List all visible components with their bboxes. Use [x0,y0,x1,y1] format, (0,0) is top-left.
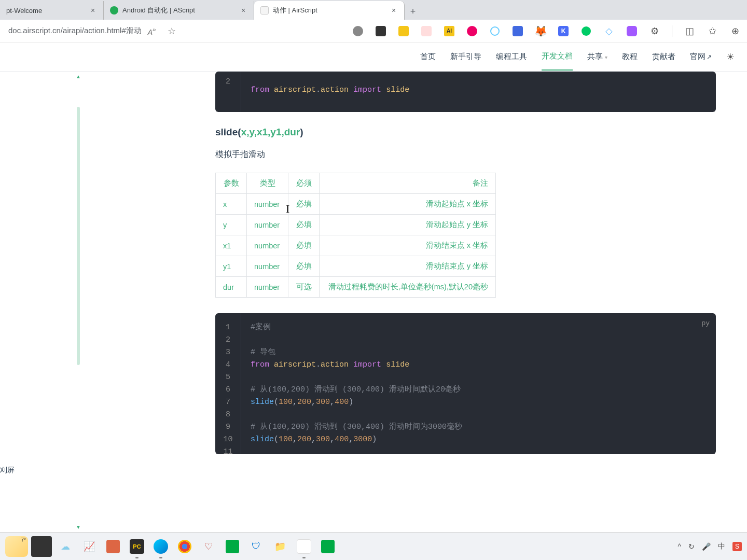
code-language-badge: py [701,318,710,329]
th-type: 类型 [247,173,288,194]
code-block-example: py 1234567891011 #案例 # 导包 from airscript… [215,313,716,454]
close-icon[interactable]: × [239,6,247,15]
wechat-icon[interactable] [294,536,314,557]
external-link-icon: ↗ [707,53,712,61]
table-row: ynumber必填滑动起始点 y 坐标 [216,215,496,235]
fn-name: slide [215,127,238,137]
table-row: y1number必填滑动结束点 y 坐标 [216,256,496,277]
extension-icon[interactable] [466,25,478,37]
site-navigation: 首页 新手引导 编程工具 开发文档 共享 ▾ 教程 贡献者 官网↗ ☀ [0,43,747,72]
code-body: #案例 # 导包 from airscript.action import sl… [215,313,716,454]
extension-icon[interactable] [489,25,501,37]
address-bar: doc.airscript.cn/airapi/action.html#滑动 A… [0,20,747,43]
nav-official-site[interactable]: 官网↗ [690,44,712,70]
favorites-icon[interactable]: ✩ [707,25,718,37]
app-icon[interactable] [222,536,243,557]
taskview-icon[interactable] [31,536,52,557]
extension-icon[interactable] [580,25,592,37]
weather-widget[interactable]: 7° [5,536,28,557]
th-param: 参数 [216,173,247,194]
extension-icon[interactable] [375,25,386,37]
nav-guide[interactable]: 新手引导 [450,44,481,70]
line-numbers: 1234567891011 [215,313,241,454]
extensions-menu-icon[interactable]: ⚙ [649,25,660,37]
extension-icon[interactable] [352,25,364,37]
code-block-import: 2 from airscript.action import slide [215,72,716,112]
nav-home[interactable]: 首页 [420,44,436,70]
line-numbers: 2 [215,72,241,112]
theme-toggle-icon[interactable]: ☀ [726,51,735,63]
metamask-icon[interactable]: 🦊 [535,25,546,37]
sidebar-item-screenshot[interactable]: 刈屏 [0,466,15,475]
favicon-icon [260,6,269,15]
split-screen-icon[interactable]: ◫ [684,25,695,37]
table-row: durnumber可选滑动过程耗费的时长,单位毫秒(ms),默认20毫秒 [216,277,496,298]
windows-taskbar: 7° ☁ 📈 PC ♡ 🛡 📁 ^ ↻ 🎤 中 S [0,532,747,560]
edge-icon[interactable] [150,536,171,557]
table-row: xnumber必填滑动起始点 x 坐标 [216,194,496,215]
browser-tab-bar: pt-Welcome × Android 自动化 | AScript × 动作 … [0,0,747,20]
nav-share[interactable]: 共享 ▾ [587,44,607,70]
app-icon[interactable]: ♡ [198,536,219,557]
system-tray: ^ ↻ 🎤 中 S [677,542,742,551]
extension-icons: AI 🦊 K ◇ ⚙ ◫ ✩ ⊕ [352,25,741,37]
extension-icon[interactable] [398,25,409,37]
reader-mode-icon[interactable]: A» [148,26,156,36]
tray-expand-icon[interactable]: ^ [677,542,681,551]
sidebar: ▲ 刈屏 ▼ [0,72,80,532]
ime-indicator[interactable]: 中 [718,542,725,551]
nav-docs[interactable]: 开发文档 [542,43,573,71]
code-line: from airscript.action import slide [215,76,716,105]
app-icon[interactable]: ☁ [55,536,76,557]
close-icon[interactable]: × [89,6,97,15]
mic-icon[interactable]: 🎤 [702,542,711,551]
extension-icon[interactable] [512,25,523,37]
fn-args: x,y,x1,y1,dur [241,127,300,137]
tab-title: 动作 | AirScript [273,6,390,15]
sogou-ime-icon[interactable]: S [732,542,742,551]
table-row: x1number必填滑动结束点 x 坐标 [216,235,496,256]
function-description: 模拟手指滑动 [215,149,716,160]
app-icon[interactable] [317,536,338,557]
function-signature: slide(x,y,x1,y1,dur) [215,127,716,138]
nav-tools[interactable]: 编程工具 [496,44,527,70]
extension-icon[interactable]: AI [444,25,455,37]
extension-icon[interactable] [421,25,432,37]
th-required: 必须 [288,173,320,194]
th-note: 备注 [320,173,496,194]
new-tab-button[interactable]: + [405,3,421,20]
scroll-up-icon[interactable]: ▲ [76,74,81,79]
tab-title: Android 自动化 | AScript [122,6,239,15]
favorite-icon[interactable]: ☆ [168,25,176,37]
app-icon[interactable]: 📈 [79,536,100,557]
scroll-down-icon[interactable]: ▼ [76,524,81,530]
pycharm-icon[interactable]: PC [127,536,147,557]
browser-tab[interactable]: Android 自动化 | AScript × [104,1,254,20]
file-explorer-icon[interactable]: 📁 [270,536,290,557]
browser-tab-active[interactable]: 动作 | AirScript × [254,1,405,20]
sync-icon[interactable]: ↻ [688,542,695,551]
text-cursor-icon: I [286,202,289,216]
collections-icon[interactable]: ⊕ [729,25,741,37]
extension-icon[interactable]: K [558,25,569,37]
nav-tutorial[interactable]: 教程 [622,44,638,70]
main-content: 2 from airscript.action import slide sli… [80,72,747,532]
url-field[interactable]: doc.airscript.cn/airapi/action.html#滑动 [6,26,144,36]
close-icon[interactable]: × [390,6,398,15]
tab-title: pt-Welcome [6,7,89,15]
favicon-icon [110,6,118,15]
chevron-down-icon: ▾ [605,54,607,60]
app-icon[interactable] [103,536,123,557]
nav-contributors[interactable]: 贡献者 [652,44,675,70]
extension-icon[interactable]: ◇ [603,25,615,37]
chrome-icon[interactable] [174,536,195,557]
extension-icon[interactable] [626,25,638,37]
sidebar-scrollbar[interactable] [77,107,80,365]
params-table: 参数 类型 必须 备注 xnumber必填滑动起始点 x 坐标 ynumber必… [215,173,496,298]
browser-tab[interactable]: pt-Welcome × [0,1,104,20]
security-icon[interactable]: 🛡 [246,536,267,557]
